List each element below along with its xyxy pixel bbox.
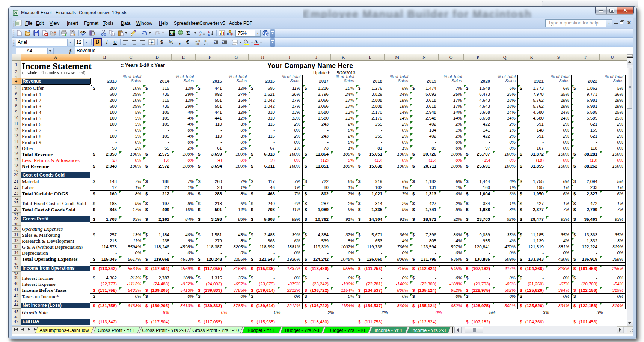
svg-text:→.0: →.0 — [203, 42, 208, 45]
svg-text:.00: .00 — [195, 42, 199, 45]
svg-text:A: A — [199, 30, 202, 33]
svg-text:?: ? — [264, 31, 267, 36]
svg-text:A: A — [208, 33, 210, 36]
svg-text:€: € — [171, 32, 173, 36]
svg-text:Z: Z — [208, 30, 210, 33]
svg-text:Z: Z — [199, 33, 201, 36]
svg-text:ABC: ABC — [80, 30, 87, 33]
